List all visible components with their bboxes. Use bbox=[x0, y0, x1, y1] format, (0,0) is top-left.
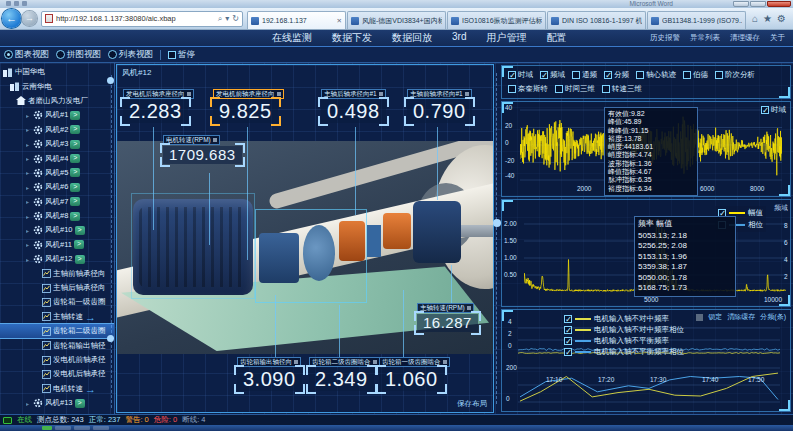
expand-badge[interactable]: > bbox=[75, 226, 85, 235]
expand-badge[interactable]: > bbox=[70, 197, 80, 206]
time-domain-chart[interactable]: 时域 有效值:9.82峰值:45.89峰峰值:91.15裕度:13.78峭度:4… bbox=[501, 101, 791, 197]
favorites-icon[interactable]: ★ bbox=[763, 13, 772, 24]
twisty-icon[interactable]: ▸ bbox=[26, 241, 31, 248]
view-mode-radio[interactable]: 列表视图 bbox=[108, 49, 153, 61]
menu-item[interactable]: 在线监测 bbox=[272, 31, 312, 45]
tree-node-turbine[interactable]: ▸ 风机#4 > bbox=[0, 151, 114, 165]
plot-toggle[interactable]: 分频 bbox=[604, 70, 629, 80]
tree-node-channel[interactable]: 主轴后轴承径向 → bbox=[0, 281, 114, 295]
expand-badge[interactable]: > bbox=[70, 125, 80, 134]
menu-item[interactable]: 用户管理 bbox=[486, 31, 526, 45]
panel-scrollbar[interactable] bbox=[496, 73, 499, 404]
forward-button[interactable]: → bbox=[22, 11, 37, 26]
maximize-button[interactable] bbox=[750, 1, 766, 7]
tree-node-turbine[interactable]: ▸ 风机#7 > bbox=[0, 195, 114, 209]
save-layout-button[interactable]: 保存布局 bbox=[457, 399, 487, 409]
clear-cache-button[interactable]: 清除缓存 bbox=[727, 312, 755, 322]
plot-toggle[interactable]: 伯德 bbox=[683, 70, 708, 80]
turbine-3d-view[interactable]: 风机#12 bbox=[116, 64, 494, 413]
view-mode-radio[interactable]: 图表视图 bbox=[4, 49, 49, 61]
menu-item[interactable]: 配置 bbox=[546, 31, 566, 45]
lock-button[interactable]: 锁定 bbox=[708, 312, 722, 322]
browser-tab[interactable]: DIN ISO 10816-1-1997 机... ✕ bbox=[547, 11, 646, 29]
plot-toggle[interactable]: 奈奎斯特 bbox=[508, 84, 548, 94]
tree-node-channel[interactable]: 发电机后轴承径 → bbox=[0, 367, 114, 381]
taskbar-item[interactable] bbox=[55, 426, 71, 430]
browser-tab[interactable]: 风能-德国VDI3834+国内标... ✕ bbox=[347, 11, 446, 29]
lock-icon[interactable] bbox=[696, 314, 703, 321]
browser-tab[interactable]: 192.168.1.137 ✕ bbox=[247, 11, 346, 29]
tree-node-turbine[interactable]: ▸ 风机#8 > bbox=[0, 209, 114, 223]
address-bar[interactable]: http://192.168.1.137:38080/aic.xbap ⌕ ▾ … bbox=[41, 11, 243, 27]
legend-item[interactable]: 电机输入轴不对中频率 bbox=[564, 314, 684, 324]
twisty-icon[interactable]: ▸ bbox=[26, 400, 31, 407]
measurement-callout-selected[interactable]: 发电机前轴承座径向 9.825 bbox=[213, 89, 284, 123]
menu-link[interactable]: 关于 bbox=[770, 33, 785, 43]
url-text[interactable]: http://192.168.1.137:38080/aic.xbap bbox=[56, 14, 215, 23]
view-mode-radio[interactable]: 拼图视图 bbox=[56, 49, 101, 61]
plot-toggle[interactable]: 通频 bbox=[572, 70, 597, 80]
tree-node-channel[interactable]: 发电机前轴承径 → bbox=[0, 353, 114, 367]
expand-badge[interactable]: > bbox=[75, 255, 85, 264]
plot-toggle[interactable]: 时间三维 bbox=[555, 84, 595, 94]
menu-item[interactable]: 数据下发 bbox=[332, 31, 372, 45]
tree-node-turbine[interactable]: ▸ 风机#6 > bbox=[0, 180, 114, 194]
legend-item[interactable]: 电机输入轴不平衡频率相位 bbox=[564, 347, 684, 357]
browser-tab[interactable]: GB11348.1-1999 (ISO79... ✕ bbox=[647, 11, 746, 29]
tree-node-turbine-12[interactable]: ▸ 风机#12 > bbox=[0, 252, 114, 266]
measurement-callout[interactable]: 发电机后轴承座径向 2.283 bbox=[123, 89, 194, 123]
plot-toggle[interactable]: 频域 bbox=[540, 70, 565, 80]
settings-icon[interactable]: ⚙ bbox=[777, 13, 786, 24]
expand-badge[interactable]: > bbox=[70, 111, 80, 120]
trend-lower-plot[interactable] bbox=[518, 362, 780, 408]
expand-badge[interactable]: > bbox=[70, 183, 80, 192]
plot-toggle[interactable]: 时域 bbox=[508, 70, 533, 80]
expand-badge[interactable]: > bbox=[70, 168, 80, 177]
twisty-icon[interactable]: ▸ bbox=[26, 155, 31, 162]
twisty-icon[interactable]: ▸ bbox=[26, 227, 31, 234]
twisty-icon[interactable]: ▸ bbox=[26, 169, 31, 176]
tree-node-turbine[interactable]: ▸ 风机#13 > bbox=[0, 396, 114, 410]
frequency-spectrum-chart[interactable]: 频域 幅值 相位 频率 幅值 bbox=[501, 199, 791, 307]
minimize-button[interactable] bbox=[733, 1, 749, 7]
expand-badge[interactable]: > bbox=[70, 154, 80, 163]
tree-node-company[interactable]: 中国华电 bbox=[0, 65, 114, 79]
twisty-icon[interactable]: ▸ bbox=[26, 213, 31, 220]
windows-taskbar[interactable] bbox=[0, 425, 793, 431]
measurement-callout[interactable]: 齿轮箱输出轴径向 3.090 bbox=[237, 357, 302, 391]
menu-item[interactable]: 数据回放 bbox=[392, 31, 432, 45]
refresh-icon[interactable]: ↻ bbox=[232, 14, 239, 23]
tree-node-turbine[interactable]: ▸ 风机#3 > bbox=[0, 137, 114, 151]
tree-node-region[interactable]: 云南华电 bbox=[0, 79, 114, 93]
close-button[interactable] bbox=[767, 1, 791, 7]
expand-badge[interactable]: > bbox=[70, 140, 80, 149]
rpm-callout-shaft[interactable]: 主轴转速(RPM) 16.287 bbox=[417, 303, 478, 332]
taskbar-item[interactable] bbox=[42, 426, 52, 430]
tab-close-icon[interactable]: ✕ bbox=[337, 17, 342, 25]
measurement-callout[interactable]: 齿轮箱二级齿圈啮合 2.349 bbox=[309, 357, 380, 391]
rpm-callout-motor[interactable]: 电机转速(RPM) 1709.683 bbox=[163, 135, 242, 164]
taskbar-item[interactable] bbox=[74, 426, 90, 430]
twisty-icon[interactable]: ▸ bbox=[26, 126, 31, 133]
plot-toggle[interactable]: 转速三维 bbox=[602, 84, 642, 94]
tree-node-channel[interactable]: 齿轮箱输出轴径 → bbox=[0, 338, 114, 352]
plot-toggle[interactable]: 轴心轨迹 bbox=[636, 70, 676, 80]
tree-node-turbine[interactable]: ▸ 风机#11 > bbox=[0, 238, 114, 252]
tree-node-plant[interactable]: 者磨山风力发电厂 bbox=[0, 94, 114, 108]
expand-badge[interactable]: > bbox=[74, 240, 84, 249]
split-freq-button[interactable]: 分频(条) bbox=[760, 312, 786, 322]
twisty-icon[interactable]: ▸ bbox=[26, 256, 31, 263]
pause-checkbox[interactable]: 暂停 bbox=[168, 49, 195, 61]
twisty-icon[interactable]: ▸ bbox=[26, 141, 31, 148]
plot-toggle[interactable]: 阶次分析 bbox=[715, 70, 755, 80]
menu-item[interactable]: 3rd bbox=[452, 31, 466, 45]
expand-badge[interactable]: > bbox=[75, 399, 85, 408]
twisty-icon[interactable]: ▸ bbox=[26, 112, 31, 119]
legend-item[interactable]: 电机输入轴不平衡频率 bbox=[564, 336, 684, 346]
measurement-callout[interactable]: 齿轮箱一级齿圈啮合 1.060 bbox=[379, 357, 450, 391]
twisty-icon[interactable]: ▸ bbox=[26, 198, 31, 205]
tree-node-channel[interactable]: 齿轮箱一级齿圈 → bbox=[0, 295, 114, 309]
tracked-frequency-chart[interactable]: 锁定 清除缓存 分频(条) 电机输入轴不对中频率 电机输入轴不对中频率相位 bbox=[501, 309, 791, 412]
menu-link[interactable]: 清理缓存 bbox=[730, 33, 760, 43]
twisty-icon[interactable]: ▸ bbox=[26, 184, 31, 191]
